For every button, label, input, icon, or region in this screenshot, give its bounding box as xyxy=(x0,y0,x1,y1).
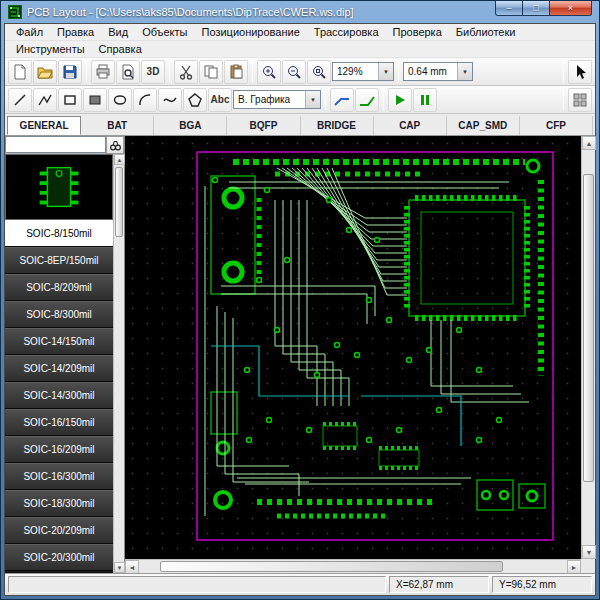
scroll-up-icon: ▲ xyxy=(117,157,123,163)
footprint-item[interactable]: SOIC-8EP/150mil xyxy=(5,247,113,274)
tab-general[interactable]: GENERAL xyxy=(7,116,81,135)
menu-item-objects[interactable]: Объекты xyxy=(135,26,194,38)
footprint-item[interactable]: SOIC-14/300mil xyxy=(5,382,113,409)
line-tool-button[interactable] xyxy=(8,88,32,112)
zoom-in-button[interactable] xyxy=(257,60,281,84)
toolbar-separator xyxy=(398,62,399,82)
sidebar-scroll-thumb[interactable] xyxy=(115,167,123,237)
grid-size-combo[interactable]: 0.64 mm ▼ xyxy=(403,62,473,81)
zoom-out-button[interactable] xyxy=(282,60,306,84)
spline-tool-button[interactable] xyxy=(158,88,182,112)
close-button[interactable]: × xyxy=(550,1,592,16)
rectangle-tool-button[interactable] xyxy=(58,88,82,112)
close-icon: × xyxy=(568,4,573,13)
select-tool-button[interactable] xyxy=(568,60,592,84)
canvas-hscroll-track[interactable] xyxy=(139,560,567,573)
tab-bqfp[interactable]: BQFP xyxy=(227,116,300,135)
canvas-vertical-scrollbar[interactable]: ▲ ▼ xyxy=(581,136,595,559)
footprint-item[interactable]: SOIC-16/300mil xyxy=(5,463,113,490)
scroll-down-button[interactable]: ▼ xyxy=(114,562,125,573)
sidebar-scroll-track[interactable] xyxy=(114,165,124,562)
footprint-item[interactable]: SOIC-16/209mil xyxy=(5,436,113,463)
footprint-item[interactable]: SOIC-14/209mil xyxy=(5,355,113,382)
maximize-icon: □ xyxy=(533,4,538,13)
canvas-horizontal-scrollbar[interactable]: ◄ ► xyxy=(125,559,581,573)
zoom-level-combo[interactable]: 129% ▼ xyxy=(332,62,394,81)
scroll-up-button[interactable]: ▲ xyxy=(582,136,596,150)
maximize-button[interactable]: □ xyxy=(523,1,550,16)
new-document-icon xyxy=(12,64,28,80)
copy-button[interactable] xyxy=(199,60,223,84)
canvas-vscroll-track[interactable] xyxy=(582,150,595,545)
footprint-item[interactable]: SOIC-8/300mil xyxy=(5,301,113,328)
footprint-sidebar: SOIC-8/150mil SOIC-8EP/150mil SOIC-8/209… xyxy=(5,136,125,573)
scroll-down-button[interactable]: ▼ xyxy=(582,545,596,559)
tab-bat[interactable]: BAT xyxy=(81,116,154,135)
menu-item-help[interactable]: Справка xyxy=(92,43,149,55)
new-button[interactable] xyxy=(8,60,32,84)
menu-item-positioning[interactable]: Позиционирование xyxy=(195,26,307,38)
footprint-item[interactable]: SOIC-20/300mil xyxy=(5,544,113,571)
canvas-vscroll-thumb[interactable] xyxy=(583,174,594,482)
view-3d-button[interactable]: 3D xyxy=(141,60,165,84)
scroll-left-button[interactable]: ◄ xyxy=(125,560,139,574)
combo-arrow-icon[interactable]: ▼ xyxy=(305,91,320,108)
search-button[interactable] xyxy=(106,136,124,154)
print-button[interactable] xyxy=(91,60,115,84)
menu-item-file[interactable]: Файл xyxy=(9,26,50,38)
footprint-item[interactable]: SOIC-8/209mil xyxy=(5,274,113,301)
panels-toggle-button[interactable] xyxy=(568,88,592,112)
open-folder-icon xyxy=(37,64,53,80)
smart-route-button[interactable] xyxy=(355,88,379,112)
footprint-item[interactable]: SOIC-14/150mil xyxy=(5,328,113,355)
toolbar-separator xyxy=(325,90,326,110)
menu-item-library[interactable]: Библиотеки xyxy=(449,26,523,38)
menu-item-edit[interactable]: Правка xyxy=(50,26,101,38)
print-preview-button[interactable] xyxy=(116,60,140,84)
combo-arrow-icon[interactable]: ▼ xyxy=(457,63,472,80)
sidebar-scrollbar[interactable]: ▲ ▼ xyxy=(113,154,124,573)
tab-bga[interactable]: BGA xyxy=(154,116,227,135)
open-button[interactable] xyxy=(33,60,57,84)
search-input[interactable] xyxy=(5,136,106,153)
zoom-window-button[interactable] xyxy=(307,60,331,84)
minimize-button[interactable]: – xyxy=(495,1,523,16)
menu-item-tools[interactable]: Инструменты xyxy=(9,43,92,55)
layer-value: В. Графика xyxy=(234,94,305,105)
title-bar[interactable]: PCB Layout - [C:\Users\aks85\Documents\D… xyxy=(4,1,596,23)
save-button[interactable] xyxy=(58,60,82,84)
footprint-item[interactable]: SOIC-18/300mil xyxy=(5,490,113,517)
scissors-icon xyxy=(178,64,194,80)
pcb-canvas[interactable] xyxy=(125,136,581,559)
paste-button[interactable] xyxy=(224,60,248,84)
scroll-right-icon: ► xyxy=(571,564,578,571)
menu-item-verification[interactable]: Проверка xyxy=(386,26,449,38)
footprint-item[interactable]: SOIC-8/150mil xyxy=(5,220,113,247)
scroll-right-button[interactable]: ► xyxy=(567,560,581,574)
polygon-tool-button[interactable] xyxy=(183,88,207,112)
tab-cfp[interactable]: CFP xyxy=(520,116,593,135)
menu-item-view[interactable]: Вид xyxy=(101,26,135,38)
scroll-up-button[interactable]: ▲ xyxy=(114,154,125,165)
ellipse-tool-button[interactable] xyxy=(108,88,132,112)
menu-item-routing[interactable]: Трассировка xyxy=(307,26,386,38)
toolbar-main: 3D 129% ▼ 0.64 mm ▼ xyxy=(5,58,595,86)
tab-bridge[interactable]: BRIDGE xyxy=(301,116,374,135)
footprint-item[interactable]: SOIC-20/209mil xyxy=(5,517,113,544)
combo-arrow-icon[interactable]: ▼ xyxy=(378,63,393,80)
text-tool-button[interactable]: Abc xyxy=(208,88,232,112)
footprint-item[interactable]: SOIC-16/150mil xyxy=(5,409,113,436)
layer-combo[interactable]: В. Графика ▼ xyxy=(233,90,321,109)
app-window: PCB Layout - [C:\Users\aks85\Documents\D… xyxy=(0,0,600,600)
canvas-hscroll-thumb[interactable] xyxy=(160,561,502,572)
tab-cap[interactable]: CAP xyxy=(374,116,447,135)
tab-cap-smd[interactable]: CAP_SMD xyxy=(447,116,520,135)
filled-rectangle-tool-button[interactable] xyxy=(83,88,107,112)
manual-route-button[interactable] xyxy=(330,88,354,112)
run-autoroute-button[interactable] xyxy=(388,88,412,112)
pause-autoroute-button[interactable] xyxy=(413,88,437,112)
arc-tool-button[interactable] xyxy=(133,88,157,112)
polyline-tool-button[interactable] xyxy=(33,88,57,112)
traces xyxy=(205,182,529,516)
cut-button[interactable] xyxy=(174,60,198,84)
